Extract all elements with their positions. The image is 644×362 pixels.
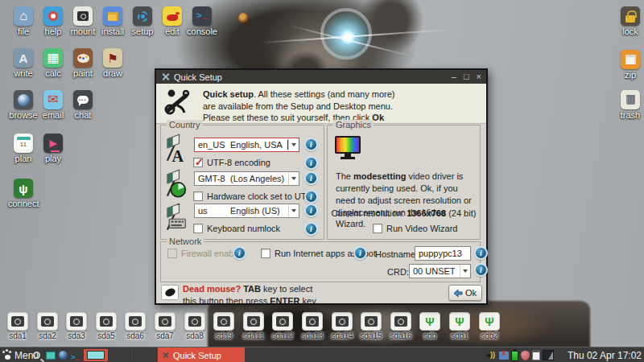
hard-drive-icon [7,312,28,331]
utf8-checkbox[interactable]: UTF-8 encoding [193,158,270,167]
desktop-icon-help[interactable]: help [38,6,68,36]
locale-combo[interactable]: en_US English, USA [194,138,299,152]
drive-icon-sda6[interactable]: sda6 [121,312,150,340]
numlock-checkbox[interactable]: Keyboard numlock [193,224,280,233]
video-wizard-checkbox[interactable]: Run Video Wizard [373,224,457,233]
spot-checkbox-box[interactable] [261,249,270,258]
usb-drive-icon [479,312,500,331]
keyboard-info-button[interactable]: i [304,204,318,217]
lock-icon [621,6,640,26]
desktop-icon-write[interactable]: write [8,48,39,78]
drive-icon-sda16[interactable]: sda16 [386,312,415,340]
crd-value: 00 UNSET [410,266,460,276]
close-button[interactable]: × [477,72,481,81]
desktop-icon-zip[interactable]: zip [615,50,644,80]
drive-icon-sda1[interactable]: sda1 [3,312,32,340]
locale-dropdown-arrow[interactable] [288,138,299,151]
icon-label: file [8,27,39,36]
hostname-info-button[interactable]: i [474,246,488,260]
timezone-dropdown-arrow[interactable] [288,172,299,185]
window-titlebar[interactable]: Quick Setup – □ × [156,70,486,84]
minimize-button[interactable]: – [452,72,456,81]
connect-icon [14,179,33,198]
hostname-input[interactable]: puppypc13 [415,246,471,261]
icon-label: connect [8,199,39,208]
firewall-info-button[interactable]: i [233,246,246,260]
desktop-icon-connect[interactable]: connect [8,179,39,208]
drive-icon-sdb2[interactable]: sdb2 [475,312,504,340]
drive-icon-sdb[interactable]: sdb [415,312,444,340]
clipboard-icon[interactable] [532,350,540,360]
terminal-glyph [196,11,208,21]
timezone-info-button[interactable]: i [304,171,318,185]
desktop-icon-calc[interactable]: calc [38,48,68,78]
drive-icon-sda8[interactable]: sda8 [180,312,209,340]
firewall-tray-icon[interactable] [521,351,530,360]
drive-icon-sda13[interactable]: sda13 [298,312,327,340]
volume-icon[interactable] [485,350,497,360]
workspace-pager[interactable] [84,349,108,361]
numlock-info-button[interactable]: i [304,222,318,236]
crd-info-button[interactable]: i [474,263,488,277]
terminal-launcher[interactable] [71,348,80,362]
desktop-icon-install[interactable]: install [97,6,128,36]
spot-info-button[interactable]: i [353,246,367,260]
utc-checkbox-box[interactable] [193,191,203,201]
numlock-label: Keyboard numlock [207,224,280,233]
find-button[interactable] [33,348,40,362]
utc-info-button[interactable]: i [304,190,318,204]
crd-dropdown-arrow[interactable] [460,265,470,278]
browser-launcher[interactable] [59,348,68,362]
keyboard-combo[interactable]: us English (US) [194,204,299,218]
calendar-day: 11 [20,142,27,148]
desktop-icon-setup[interactable]: setup [127,6,158,36]
desktop-icon-lock[interactable]: lock [615,6,644,36]
padlock-glyph [625,15,635,23]
network-status-icon[interactable] [499,352,509,360]
desktop-icon-mount[interactable]: mount [68,6,98,36]
numlock-checkbox-box[interactable] [193,224,203,233]
firewall-checkbox-box[interactable] [167,249,177,258]
desktop-icon-console[interactable]: console [187,6,217,36]
utf8-info-button[interactable]: i [304,156,318,170]
cpu-monitor-icon[interactable] [543,350,554,360]
locale-info-button[interactable]: i [304,138,318,151]
maximize-button[interactable]: □ [464,72,469,81]
drive-icon-sda15[interactable]: sda15 [357,312,386,340]
desktop-icon-draw[interactable]: draw [97,48,128,78]
ok-button[interactable]: Ok [448,285,482,301]
drive-icon-sda14[interactable]: sda14 [328,312,357,340]
hostname-label: Hostname: [375,249,418,259]
drive-icon-sda5[interactable]: sda5 [92,312,121,340]
utc-checkbox[interactable]: Hardware clock set to UTC [193,191,312,201]
drive-icon-sda3[interactable]: sda3 [62,312,91,340]
desktop-icon-chat[interactable]: chat [68,90,98,120]
desktop-icon-email[interactable]: email [38,90,68,120]
task-quick-setup[interactable]: Quick Setup [158,348,245,362]
drive-icon-sdb1[interactable]: sdb1 [445,312,474,340]
lifebuoy-glyph [48,11,58,21]
desktop-icon-file[interactable]: file [8,6,39,36]
desktop-icon-plan[interactable]: 11plan [8,134,39,163]
drive-icon-sda2[interactable]: sda2 [33,312,62,340]
keyboard-dropdown-arrow[interactable] [288,204,299,217]
svg-text:A: A [172,147,184,163]
desktop-icon-paint[interactable]: paint [68,48,98,78]
utf8-checkbox-box[interactable] [193,158,203,167]
icon-label: play [38,154,68,163]
desktop-icon-trash[interactable]: trash [615,90,644,120]
drive-icon-sda12[interactable]: sda12 [268,312,297,340]
show-desktop-button[interactable] [46,348,56,362]
desktop-icon-edit[interactable]: edit [157,6,188,36]
active-workspace[interactable] [87,351,105,360]
system-tray [485,348,554,362]
desktop-icon-play[interactable]: play [38,134,68,163]
video-wizard-checkbox-box[interactable] [373,224,382,233]
desktop-icon-browse[interactable]: browse [8,90,39,120]
drive-icon-sda7[interactable]: sda7 [151,312,180,340]
timezone-combo[interactable]: GMT-8 (Los Angeles) [194,171,299,186]
drive-icon-sda9[interactable]: sda9 [209,312,238,340]
battery-icon[interactable] [511,351,518,361]
drive-icon-sda11[interactable]: sda11 [239,312,268,340]
crd-combo[interactable]: 00 UNSET [409,264,471,278]
